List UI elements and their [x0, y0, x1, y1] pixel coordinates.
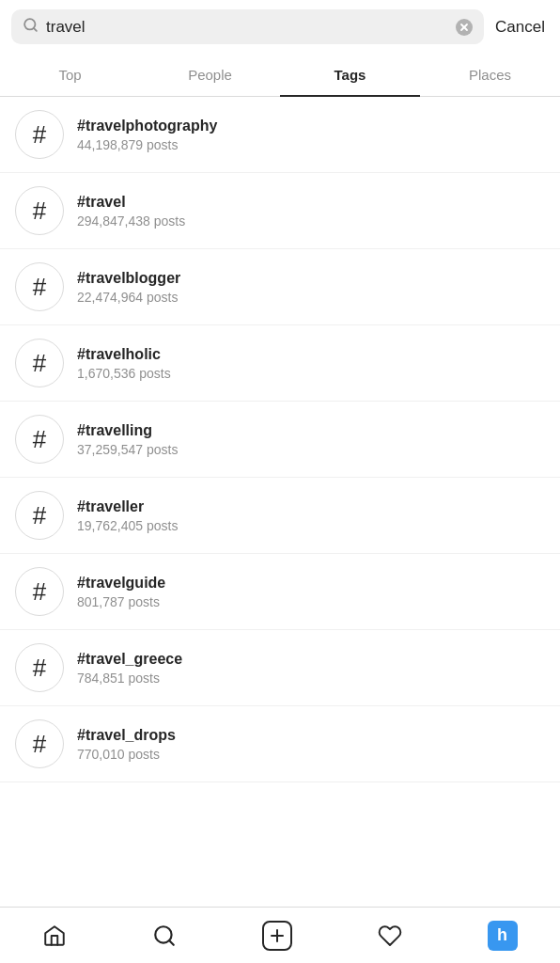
tag-item[interactable]: # #travelguide 801,787 posts	[0, 554, 560, 630]
search-input[interactable]	[46, 18, 448, 37]
tag-list: # #travelphotography 44,198,879 posts # …	[0, 97, 560, 782]
tag-count: 37,259,547 posts	[77, 442, 178, 457]
hash-symbol: #	[33, 275, 46, 299]
tag-name: #traveller	[77, 498, 178, 515]
home-icon	[42, 924, 67, 948]
hash-symbol: #	[33, 427, 46, 451]
tag-count: 784,851 posts	[77, 671, 182, 686]
tag-item[interactable]: # #travelholic 1,670,536 posts	[0, 325, 560, 402]
hash-symbol: #	[33, 198, 46, 223]
tag-info: #travelphotography 44,198,879 posts	[77, 118, 217, 152]
tag-info: #travelling 37,259,547 posts	[77, 422, 178, 457]
search-icon	[23, 17, 39, 37]
tag-icon-circle: #	[15, 110, 64, 159]
tag-name: #travel_drops	[77, 727, 176, 744]
svg-line-1	[34, 28, 37, 31]
tag-name: #travelling	[77, 422, 178, 439]
tag-item[interactable]: # #travel 294,847,438 posts	[0, 173, 560, 249]
tag-icon-circle: #	[15, 719, 64, 768]
tag-info: #travelblogger 22,474,964 posts	[77, 270, 180, 305]
tag-count: 1,670,536 posts	[77, 366, 171, 381]
tab-tags[interactable]: Tags	[280, 54, 420, 96]
bottom-nav: h	[0, 907, 560, 963]
hash-symbol: #	[33, 655, 46, 680]
heart-icon	[378, 924, 402, 948]
tabs-bar: Top People Tags Places	[0, 54, 560, 97]
tag-name: #travelblogger	[77, 270, 180, 287]
tag-info: #travel_drops 770,010 posts	[77, 727, 176, 762]
hash-symbol: #	[33, 351, 46, 375]
tag-icon-circle: #	[15, 415, 64, 464]
tag-item[interactable]: # #travelphotography 44,198,879 posts	[0, 97, 560, 173]
activity-nav-button[interactable]	[370, 916, 410, 955]
clear-icon	[456, 19, 473, 36]
tag-name: #travelphotography	[77, 118, 217, 134]
search-nav-button[interactable]	[145, 916, 184, 955]
search-nav-icon	[152, 924, 177, 948]
svg-line-5	[169, 940, 174, 945]
tag-count: 19,762,405 posts	[77, 518, 178, 533]
hash-symbol: #	[33, 579, 46, 604]
tag-icon-circle: #	[15, 567, 64, 616]
tag-info: #travel_greece 784,851 posts	[77, 651, 182, 686]
tag-item[interactable]: # #travel_greece 784,851 posts	[0, 630, 560, 706]
tag-count: 770,010 posts	[77, 747, 176, 762]
tag-name: #travel_greece	[77, 651, 182, 668]
add-post-button[interactable]	[255, 913, 300, 958]
clear-search-button[interactable]	[456, 19, 473, 36]
tag-item[interactable]: # #travelblogger 22,474,964 posts	[0, 249, 560, 325]
tag-icon-circle: #	[15, 491, 64, 540]
tag-icon-circle: #	[15, 186, 64, 235]
tag-count: 22,474,964 posts	[77, 290, 180, 305]
tag-count: 294,847,438 posts	[77, 213, 185, 229]
tag-count: 44,198,879 posts	[77, 137, 217, 152]
tag-icon-circle: #	[15, 262, 64, 311]
profile-icon: h	[488, 921, 518, 951]
tab-people[interactable]: People	[140, 54, 280, 96]
search-input-wrapper	[11, 9, 484, 44]
hash-symbol: #	[33, 503, 46, 528]
profile-nav-button[interactable]: h	[480, 913, 525, 958]
tag-info: #travel 294,847,438 posts	[77, 194, 185, 229]
tag-info: #travelguide 801,787 posts	[77, 575, 165, 609]
search-bar: Cancel	[0, 0, 560, 54]
tag-item[interactable]: # #travel_drops 770,010 posts	[0, 706, 560, 782]
tag-item[interactable]: # #travelling 37,259,547 posts	[0, 402, 560, 478]
tag-info: #travelholic 1,670,536 posts	[77, 346, 171, 381]
tag-name: #travel	[77, 194, 185, 211]
tag-icon-circle: #	[15, 339, 64, 387]
tag-icon-circle: #	[15, 643, 64, 692]
tag-results: # #travelphotography 44,198,879 posts # …	[0, 97, 560, 839]
cancel-button[interactable]: Cancel	[491, 18, 549, 37]
tab-top[interactable]: Top	[0, 54, 140, 96]
hash-symbol: #	[33, 122, 46, 147]
tab-places[interactable]: Places	[420, 54, 560, 96]
tag-name: #travelholic	[77, 346, 171, 363]
tag-item[interactable]: # #traveller 19,762,405 posts	[0, 478, 560, 554]
tag-name: #travelguide	[77, 575, 165, 592]
tag-count: 801,787 posts	[77, 594, 165, 609]
add-icon	[262, 921, 292, 951]
tag-info: #traveller 19,762,405 posts	[77, 498, 178, 533]
home-nav-button[interactable]	[35, 916, 74, 955]
hash-symbol: #	[33, 732, 46, 756]
